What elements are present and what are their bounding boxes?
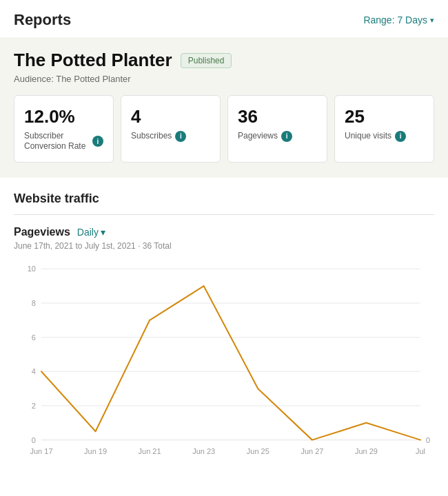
info-icon-unique-visits[interactable]: i (395, 131, 406, 142)
metric-label-text-subscribes: Subscribes (131, 131, 172, 142)
svg-text:10: 10 (28, 265, 36, 273)
publication-title: The Potted Planter (14, 50, 172, 71)
metric-value-subscribes: 4 (131, 107, 210, 127)
metric-card-conversion: 12.0% Subscriber Conversion Rate i (14, 95, 114, 163)
svg-text:Jun 25: Jun 25 (247, 447, 269, 455)
metric-label-text-pageviews: Pageviews (238, 131, 278, 142)
svg-text:Jun 19: Jun 19 (84, 447, 107, 455)
svg-text:2: 2 (32, 402, 36, 410)
frequency-label: Daily (77, 227, 99, 238)
metric-label-text-conversion: Subscriber Conversion Rate (24, 131, 89, 152)
publication-section: The Potted Planter Published Audience: T… (0, 37, 448, 178)
metrics-grid: 12.0% Subscriber Conversion Rate i 4 Sub… (14, 95, 434, 163)
frequency-chevron-icon: ▾ (101, 227, 105, 238)
info-icon-subscribes[interactable]: i (175, 131, 186, 142)
svg-text:4: 4 (32, 367, 36, 375)
range-selector[interactable]: Range: 7 Days ▾ (363, 14, 434, 25)
info-icon-conversion[interactable]: i (92, 136, 103, 147)
metric-card-unique-visits: 25 Unique visits i (334, 95, 434, 163)
svg-text:0: 0 (426, 435, 430, 444)
metric-card-pageviews: 36 Pageviews i (227, 95, 327, 163)
frequency-selector[interactable]: Daily ▾ (77, 227, 105, 238)
range-label: Range: 7 Days (363, 14, 427, 25)
metric-label-unique-visits: Unique visits i (345, 131, 424, 142)
pageviews-chart: 10 8 6 4 2 0 0 Jun 17 Jun 19 Jun 21 Jun … (14, 262, 434, 468)
svg-text:8: 8 (32, 299, 36, 307)
metric-label-conversion: Subscriber Conversion Rate i (24, 131, 103, 152)
chart-header: Pageviews Daily ▾ (14, 226, 434, 238)
svg-text:Jun 27: Jun 27 (301, 447, 323, 455)
svg-text:Jul: Jul (416, 447, 425, 455)
metric-value-conversion: 12.0% (24, 107, 103, 127)
pub-title-row: The Potted Planter Published (14, 50, 434, 71)
published-badge: Published (181, 53, 232, 68)
metric-card-subscribes: 4 Subscribes i (121, 95, 221, 163)
chevron-down-icon: ▾ (430, 16, 434, 25)
website-traffic-title: Website traffic (14, 192, 434, 215)
metric-label-subscribes: Subscribes i (131, 131, 210, 142)
page-title: Reports (14, 11, 71, 29)
svg-text:Jun 21: Jun 21 (139, 447, 161, 455)
info-icon-pageviews[interactable]: i (281, 131, 292, 142)
chart-subtitle: June 17th, 2021 to July 1st, 2021 · 36 T… (14, 241, 434, 251)
page-header: Reports Range: 7 Days ▾ (0, 0, 448, 37)
audience-label: Audience: The Potted Planter (14, 74, 434, 84)
metric-value-pageviews: 36 (238, 107, 317, 127)
svg-text:0: 0 (32, 435, 36, 444)
metric-label-text-unique-visits: Unique visits (345, 131, 391, 142)
svg-text:Jun 17: Jun 17 (30, 447, 52, 455)
chart-title: Pageviews (14, 226, 70, 238)
website-traffic-section: Website traffic Pageviews Daily ▾ June 1… (0, 178, 448, 468)
svg-text:Jun 29: Jun 29 (355, 447, 378, 455)
metric-label-pageviews: Pageviews i (238, 131, 317, 142)
svg-text:6: 6 (32, 333, 36, 341)
chart-container: 10 8 6 4 2 0 0 Jun 17 Jun 19 Jun 21 Jun … (14, 262, 434, 468)
svg-text:Jun 23: Jun 23 (192, 447, 215, 455)
metric-value-unique-visits: 25 (345, 107, 424, 127)
